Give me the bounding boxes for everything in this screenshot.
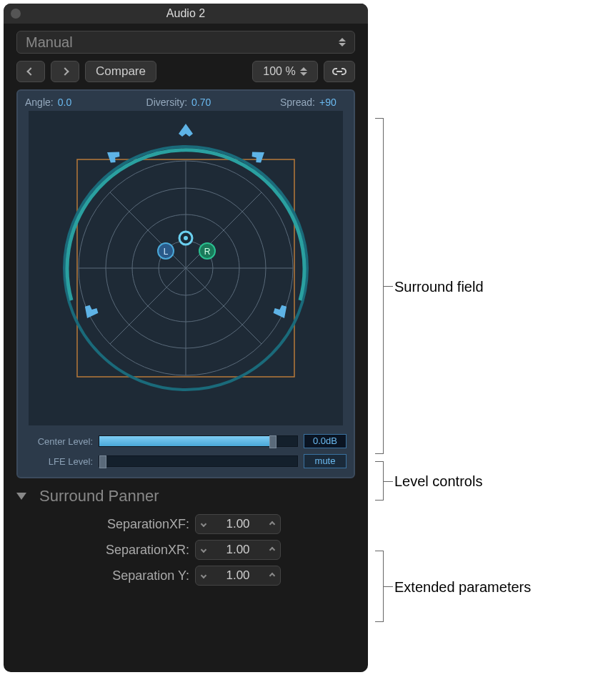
extended-header[interactable]: Surround Panner <box>16 487 355 506</box>
chevron-up-icon <box>269 573 275 578</box>
param-row: Angle: 0.0 Diversity: 0.70 Spread: +90 <box>18 91 354 111</box>
chevron-down-icon <box>339 38 346 46</box>
stepper-arrows-icon <box>300 67 307 76</box>
window-title: Audio 2 <box>4 7 368 20</box>
plugin-window: Audio 2 Manual Compare 100 % Angle: <box>4 4 368 672</box>
compare-button[interactable]: Compare <box>85 61 156 82</box>
annotation-surround-field: Surround field <box>394 279 484 295</box>
angle-label: Angle: <box>25 97 54 108</box>
surround-panel: Angle: 0.0 Diversity: 0.70 Spread: +90 <box>16 89 355 478</box>
surround-field[interactable]: L R <box>29 111 343 425</box>
preset-row: Manual <box>4 24 368 58</box>
bracket-level-controls <box>375 461 384 501</box>
separation-xr-stepper[interactable]: 1.00 <box>195 540 281 560</box>
svg-text:L: L <box>164 247 169 257</box>
separation-xf-row: SeparationXF: 1.00 <box>16 511 355 537</box>
toolbar: Compare 100 % <box>4 58 368 89</box>
next-button[interactable] <box>51 61 79 82</box>
prev-button[interactable] <box>16 61 45 82</box>
lfe-mute-button[interactable]: mute <box>304 454 347 468</box>
diversity-value[interactable]: 0.70 <box>191 97 219 108</box>
bracket-extended <box>375 551 384 622</box>
separation-y-stepper[interactable]: 1.00 <box>195 566 281 586</box>
zoom-stepper[interactable]: 100 % <box>252 61 318 82</box>
disclosure-triangle-icon <box>16 493 26 500</box>
extended-section: Surround Panner SeparationXF: 1.00 Separ… <box>4 478 368 597</box>
link-button[interactable] <box>324 61 355 82</box>
preset-select[interactable]: Manual <box>16 31 355 54</box>
separation-xf-stepper[interactable]: 1.00 <box>195 514 281 534</box>
lfe-level-row: LFE Level: mute <box>18 451 354 471</box>
spread-label: Spread: <box>280 97 315 108</box>
chevron-left-icon <box>26 67 34 75</box>
annotation-level-controls: Level controls <box>394 473 482 490</box>
zoom-value: 100 % <box>263 65 295 78</box>
separation-xr-value: 1.00 <box>226 543 249 557</box>
lfe-level-label: LFE Level: <box>25 456 93 467</box>
chevron-down-icon <box>201 573 206 578</box>
separation-y-label: Separation Y: <box>16 568 195 583</box>
annotation-extended: Extended parameters <box>394 579 531 596</box>
extended-title: Surround Panner <box>39 487 159 506</box>
center-level-row: Center Level: 0.0dB <box>18 431 354 451</box>
spread-value[interactable]: +90 <box>319 97 347 108</box>
chevron-down-icon <box>201 547 206 553</box>
svg-text:R: R <box>204 247 211 257</box>
center-level-readout[interactable]: 0.0dB <box>304 434 347 448</box>
chevron-up-icon <box>269 521 275 527</box>
titlebar: Audio 2 <box>4 4 368 24</box>
center-level-slider[interactable] <box>99 435 298 447</box>
link-icon <box>332 66 347 77</box>
separation-y-row: Separation Y: 1.00 <box>16 563 355 588</box>
chevron-down-icon <box>201 521 206 527</box>
chevron-up-icon <box>269 547 275 553</box>
lfe-level-slider[interactable] <box>99 455 298 467</box>
separation-xf-label: SeparationXF: <box>16 517 195 532</box>
svg-point-10 <box>184 236 188 240</box>
bracket-surround-field <box>375 118 384 454</box>
center-level-label: Center Level: <box>25 436 93 447</box>
angle-value[interactable]: 0.0 <box>58 97 85 108</box>
chevron-right-icon <box>61 67 69 75</box>
diversity-label: Diversity: <box>146 97 188 108</box>
separation-y-value: 1.00 <box>226 568 249 583</box>
separation-xr-row: SeparationXR: 1.00 <box>16 537 355 563</box>
preset-label: Manual <box>26 34 73 51</box>
separation-xf-value: 1.00 <box>226 517 249 531</box>
separation-xr-label: SeparationXR: <box>16 543 195 558</box>
